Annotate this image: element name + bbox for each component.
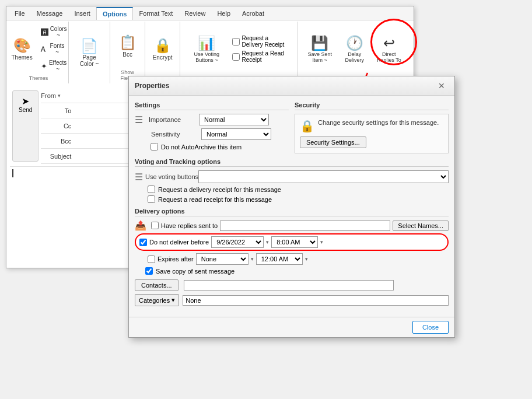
security-settings-button[interactable]: Security Settings... [300,136,366,148]
importance-select[interactable]: Normal High Low [199,114,269,125]
dialog-body: Settings ☰ Importance Normal High Low Se… [129,96,454,317]
date-dropdown-icon: ▾ [266,239,269,245]
contacts-button[interactable]: Contacts... [135,279,178,291]
categories-row: Categories ▾ [135,294,449,306]
tab-file[interactable]: File [9,6,31,20]
tab-format-text[interactable]: Format Text [133,6,178,20]
save-sent-item-button[interactable]: 💾 Save Sent Item ~ [302,32,338,66]
delivery-section: Delivery options 📤 Have replies sent to … [135,208,449,275]
bcc-button[interactable]: 📋 Bcc [115,32,141,61]
dialog-close-footer-button[interactable]: Close [412,321,449,334]
categories-button[interactable]: Categories ▾ [135,294,179,306]
ribbon-group-more-options: 💾 Save Sent Item ~ 🕐 Delay Delivery ↩ Di… [298,22,411,83]
do-not-deliver-row: Do not deliver before 9/26/2022 ▾ 8:00 A… [135,233,449,251]
categories-dropdown-icon: ▾ [172,296,175,304]
tab-message[interactable]: Message [31,6,69,20]
delivery-icon: 📤 [135,220,146,231]
contacts-section: Contacts... Categories ▾ [135,279,449,306]
page-color-button[interactable]: 📄 Page Color ~ [74,35,105,71]
encrypt-icon: 🔒 [154,37,172,54]
deliver-date-select[interactable]: 9/26/2022 [211,236,264,248]
themes-group-label: Themes [29,75,48,81]
contacts-input[interactable] [184,280,394,290]
voting-section: Voting and Tracking options ☰ Use voting… [135,158,449,203]
ribbon-group-page-color: 📄 Page Color ~ [69,22,110,83]
security-section-title: Security [295,102,449,110]
themes-button[interactable]: 🎨 Themes [8,34,37,64]
bcc-icon: 📋 [119,34,136,51]
cursor [12,169,13,177]
colors-icon: 🅰 [41,29,48,36]
save-copy-row: Save copy of sent message [145,267,449,275]
lock-icon: 🔒 [300,119,314,133]
delivery-section-title: Delivery options [135,208,449,216]
delay-delivery-button[interactable]: 🕐 Delay Delivery [339,32,370,66]
send-button[interactable]: ➤ Send [12,90,38,162]
tab-acrobat[interactable]: Acrobat [236,6,270,20]
delivery-receipt-checkbox[interactable] [232,38,240,46]
ribbon-tabs: File Message Insert Options Format Text … [6,6,414,20]
tab-review[interactable]: Review [178,6,211,20]
deliver-time-select[interactable]: 8:00 AM [271,236,318,248]
direct-replies-button[interactable]: ↩ Direct Replies To [372,32,407,66]
security-box: 🔒 Change security settings for this mess… [295,114,449,153]
expires-row: Expires after None ▾ 12:00 AM ▾ [135,253,449,265]
save-copy-checkbox[interactable] [145,267,153,275]
save-sent-icon: 💾 [311,35,328,52]
expires-checkbox[interactable] [148,256,155,263]
tab-options[interactable]: Options [96,7,134,20]
settings-section-title: Settings [135,102,289,110]
select-names-button[interactable]: Select Names... [393,220,449,231]
do-not-deliver-checkbox[interactable] [139,239,147,246]
from-dropdown[interactable]: From ▾ [41,92,71,99]
use-voting-row: ☰ Use voting buttons [135,170,449,183]
sensitivity-row: Sensitivity Normal Personal Private Conf… [135,128,289,140]
read-receipt-row: Request a read receipt for this message [148,195,449,203]
properties-dialog: Properties ✕ Settings ☰ Importance Norma… [128,76,455,338]
expires-time-dropdown-icon: ▾ [305,256,308,262]
colors-button[interactable]: 🅰 Colors ~ [38,24,70,40]
delivery-receipt-checkbox-label[interactable]: Request a Delivery Receipt [232,35,290,48]
fonts-button[interactable]: Ꭺ Fonts ~ [38,41,70,57]
dialog-footer: Close [129,317,454,337]
settings-icon: ☰ [135,114,143,125]
expires-date-select[interactable]: None [196,253,249,265]
ribbon-group-encrypt: 🔒 Encrypt Encrypt [145,22,180,83]
ribbon-content: 🎨 Themes 🅰 Colors ~ Ꭺ Fonts ~ ✦ Effects … [6,20,414,85]
voting-buttons-icon: ☰ [135,172,143,183]
themes-icon: 🎨 [13,37,31,54]
settings-security-row: Settings ☰ Importance Normal High Low Se… [135,102,449,153]
voting-section-title: Voting and Tracking options [135,158,449,167]
encrypt-button[interactable]: 🔒 Encrypt [149,34,177,64]
read-receipt-checkbox[interactable] [232,53,240,61]
have-replies-checkbox[interactable] [151,222,159,229]
ribbon-group-themes: 🎨 Themes 🅰 Colors ~ Ꭺ Fonts ~ ✦ Effects … [9,22,69,83]
read-receipt-dialog-checkbox[interactable] [148,195,155,203]
autoarchive-row: Do not AutoArchive this item [135,143,289,150]
categories-input[interactable] [183,295,449,306]
delivery-receipt-dialog-checkbox[interactable] [148,186,155,193]
have-replies-row: 📤 Have replies sent to Select Names... [135,220,449,231]
ribbon-group-tracking: 📊 Use Voting Buttons ~ Request a Deliver… [180,22,297,83]
autoarchive-checkbox[interactable] [150,143,158,150]
reply-to-input[interactable] [220,220,390,231]
expires-time-select[interactable]: 12:00 AM [256,253,303,265]
tab-insert[interactable]: Insert [68,6,96,20]
use-voting-buttons-button[interactable]: 📊 Use Voting Buttons ~ [185,32,228,66]
security-section: Security 🔒 Change security settings for … [295,102,449,153]
voting-icon: 📊 [198,35,215,52]
tab-help[interactable]: Help [211,6,236,20]
sensitivity-select[interactable]: Normal Personal Private Confidential [201,128,271,140]
from-arrow-icon: ▾ [58,93,61,99]
fonts-icon: Ꭺ [41,46,46,53]
send-icon: ➤ [22,96,29,107]
effects-button[interactable]: ✦ Effects ~ [38,58,70,74]
settings-section: Settings ☰ Importance Normal High Low Se… [135,102,289,153]
ribbon-group-show-fields: 📋 Bcc Show Fields [110,22,145,83]
expires-date-dropdown-icon: ▾ [251,256,254,262]
delay-delivery-icon: 🕐 [346,35,363,52]
read-receipt-checkbox-label[interactable]: Request a Read Receipt [232,50,290,63]
direct-replies-icon: ↩ [383,35,395,52]
voting-combo[interactable] [198,170,449,183]
dialog-close-button[interactable]: ✕ [435,80,449,92]
